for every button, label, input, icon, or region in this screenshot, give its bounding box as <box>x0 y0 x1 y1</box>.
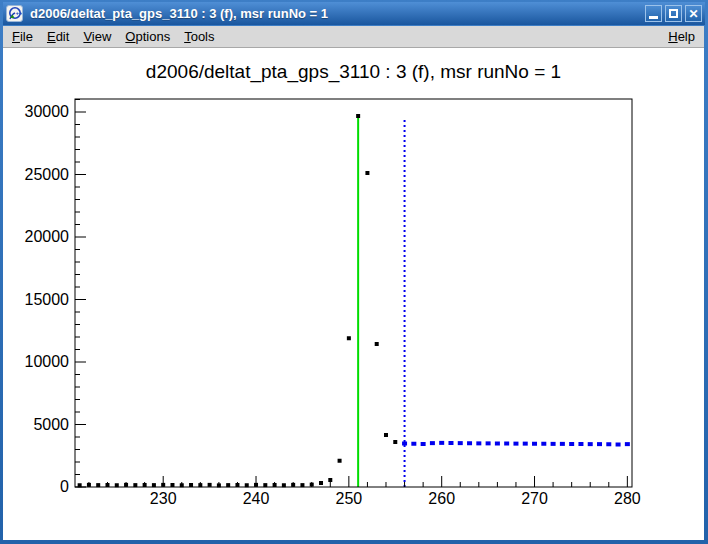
theory-point <box>616 443 621 447</box>
x-tick-label: 270 <box>521 490 548 507</box>
theory-point <box>625 442 630 446</box>
data-point <box>198 483 202 487</box>
data-point <box>235 483 239 487</box>
y-tick-label: 30000 <box>25 103 70 120</box>
x-tick-label: 280 <box>614 490 641 507</box>
plot-title: d2006/deltat_pta_gps_3110 : 3 (f), msr r… <box>146 61 561 83</box>
theory-point <box>560 442 565 446</box>
data-point <box>161 483 165 487</box>
data-point <box>254 483 258 487</box>
data-point <box>263 483 267 487</box>
x-tick-label: 260 <box>428 490 455 507</box>
data-point <box>189 483 193 487</box>
theory-point <box>523 442 528 446</box>
y-tick-label: 25000 <box>25 166 70 183</box>
theory-point <box>578 442 583 446</box>
y-tick-label: 0 <box>60 478 69 495</box>
data-point <box>300 483 304 487</box>
theory-point <box>588 442 593 446</box>
data-point <box>310 483 314 487</box>
menu-bar: File Edit View Options Tools Help <box>3 26 704 48</box>
plot-canvas-area[interactable]: d2006/deltat_pta_gps_3110 : 3 (f), msr r… <box>3 48 704 540</box>
root-canvas-window: ++ d2006/deltat_pta_gps_3110 : 3 (f), ms… <box>0 0 708 544</box>
theory-point <box>402 442 407 446</box>
theory-point <box>458 441 463 445</box>
maximize-icon <box>669 9 678 18</box>
data-point <box>217 483 221 487</box>
theory-point <box>430 441 435 445</box>
menu-file[interactable]: File <box>5 27 40 46</box>
theory-point <box>513 442 518 446</box>
theory-point <box>439 441 444 445</box>
theory-point <box>467 441 472 445</box>
data-point <box>78 483 82 487</box>
data-point <box>152 483 156 487</box>
theory-point <box>532 442 537 446</box>
window-body: File Edit View Options Tools Help d2006/… <box>3 26 704 540</box>
data-point <box>96 483 100 487</box>
data-point <box>365 171 369 175</box>
x-tick-label: 240 <box>243 490 270 507</box>
data-point <box>393 440 397 444</box>
data-point <box>170 483 174 487</box>
root-icon-graphic: ++ <box>7 6 22 21</box>
window-title: d2006/deltat_pta_gps_3110 : 3 (f), msr r… <box>30 6 645 21</box>
histogram-plot[interactable]: d2006/deltat_pta_gps_3110 : 3 (f), msr r… <box>3 48 704 540</box>
root-icon: ++ <box>6 5 23 22</box>
minimize-icon <box>649 16 658 19</box>
theory-point <box>421 442 426 446</box>
theory-point <box>551 442 556 446</box>
data-point <box>105 483 109 487</box>
data-point <box>180 483 184 487</box>
data-point <box>347 336 351 340</box>
theory-point <box>569 442 574 446</box>
maximize-button[interactable] <box>665 5 682 22</box>
theory-point <box>597 442 602 446</box>
data-point <box>282 483 286 487</box>
y-tick-label: 20000 <box>25 228 70 245</box>
data-point <box>291 483 295 487</box>
theory-point <box>411 442 416 446</box>
data-point <box>208 483 212 487</box>
theory-point <box>476 441 481 445</box>
data-point <box>338 459 342 463</box>
theory-point <box>495 442 500 446</box>
data-point <box>143 483 147 487</box>
theory-point <box>541 442 546 446</box>
data-point <box>115 483 119 487</box>
svg-text:++: ++ <box>16 10 23 16</box>
menu-view[interactable]: View <box>76 27 118 46</box>
menu-options[interactable]: Options <box>118 27 177 46</box>
x-tick-label: 250 <box>336 490 363 507</box>
data-point <box>226 483 230 487</box>
data-point <box>273 483 277 487</box>
theory-point <box>486 441 491 445</box>
close-button[interactable]: ✕ <box>685 5 702 22</box>
close-icon: ✕ <box>688 8 698 20</box>
y-tick-label: 15000 <box>25 291 70 308</box>
data-point <box>384 433 388 437</box>
window-controls: ✕ <box>645 5 702 22</box>
data-point <box>87 483 91 487</box>
y-tick-label: 5000 <box>33 416 69 433</box>
data-point <box>319 481 323 485</box>
data-point <box>245 483 249 487</box>
minimize-button[interactable] <box>645 5 662 22</box>
theory-point <box>448 441 453 445</box>
y-tick-label: 10000 <box>25 353 70 370</box>
data-point <box>133 483 137 487</box>
data-point <box>375 342 379 346</box>
menu-edit[interactable]: Edit <box>40 27 76 46</box>
data-point <box>124 483 128 487</box>
menu-tools[interactable]: Tools <box>177 27 221 46</box>
theory-point <box>504 442 509 446</box>
title-bar[interactable]: ++ d2006/deltat_pta_gps_3110 : 3 (f), ms… <box>3 2 705 25</box>
plot-frame <box>75 99 632 487</box>
data-point <box>328 478 332 482</box>
x-tick-label: 230 <box>150 490 177 507</box>
theory-point <box>606 442 611 446</box>
data-point <box>356 114 360 118</box>
menu-help[interactable]: Help <box>661 27 702 46</box>
